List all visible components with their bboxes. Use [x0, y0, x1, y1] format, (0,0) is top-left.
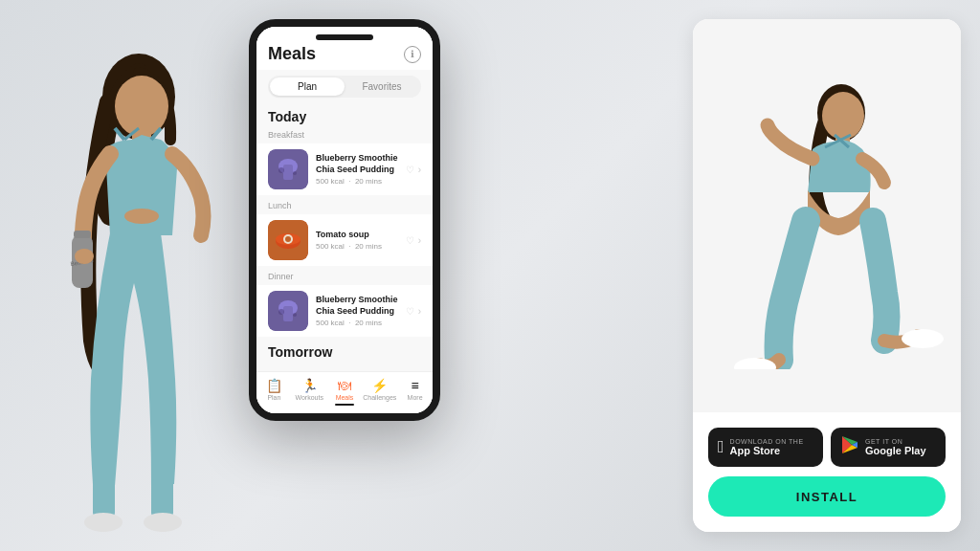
plan-nav-icon: 📋	[266, 378, 282, 393]
svg-point-29	[293, 313, 297, 317]
app-title: Meals	[268, 44, 316, 64]
dinner-label: Dinner	[256, 268, 433, 283]
svg-point-12	[84, 513, 122, 532]
svg-point-19	[293, 171, 297, 175]
svg-rect-7	[74, 231, 91, 238]
smoothie-food-image	[268, 149, 308, 189]
breakfast-actions: ♡ ›	[406, 165, 421, 175]
dinner-info: Blueberry Smoothie Chia Seed Pudding 500…	[316, 295, 398, 327]
tab-plan[interactable]: Plan	[270, 77, 345, 96]
active-nav-indicator	[335, 404, 354, 406]
app-store-big-text: App Store	[730, 445, 804, 456]
dinner-food-image	[268, 291, 308, 331]
chevron-right-icon-dinner[interactable]: ›	[418, 306, 421, 317]
lunch-meta: 500 kcal · 20 mins	[316, 242, 398, 251]
svg-rect-27	[283, 306, 293, 321]
phone-screen: Meals ℹ Plan Favorites Today Breakfast	[256, 27, 433, 413]
svg-point-14	[124, 209, 159, 224]
app-store-text: Download on the App Store	[730, 438, 804, 456]
svg-point-24	[285, 236, 291, 242]
today-section-title: Today	[256, 103, 433, 126]
svg-point-9	[75, 249, 94, 264]
app-store-button[interactable]:  Download on the App Store	[708, 428, 823, 467]
left-person-image: BetterMe	[0, 15, 287, 551]
page-wrapper: BetterMe Meals ℹ	[0, 0, 980, 551]
lunch-name: Tomato soup	[316, 230, 398, 241]
svg-point-28	[278, 309, 284, 315]
store-buttons:  Download on the App Store	[708, 428, 946, 467]
workouts-nav-icon: 🏃	[301, 378, 318, 393]
nav-label-challenges: Challenges	[363, 394, 396, 401]
nav-item-meals[interactable]: 🍽 Meals	[327, 378, 363, 406]
google-play-text: GET IT ON Google Play	[865, 438, 926, 456]
soup-food-image	[268, 220, 308, 260]
heart-icon[interactable]: ♡	[406, 165, 414, 175]
nav-label-plan: Plan	[267, 394, 280, 401]
dinner-name: Blueberry Smoothie Chia Seed Pudding	[316, 295, 398, 317]
info-icon[interactable]: ℹ	[404, 46, 421, 63]
right-person-image	[693, 19, 961, 412]
phone-notch	[316, 34, 373, 40]
svg-point-36	[902, 329, 944, 348]
dinner-thumb	[268, 291, 308, 331]
phone-frame: Meals ℹ Plan Favorites Today Breakfast	[249, 19, 440, 421]
nav-label-more: More	[408, 394, 423, 401]
nav-label-meals: Meals	[336, 394, 354, 401]
nav-item-more[interactable]: ≡ More	[397, 378, 433, 406]
apple-icon: 	[718, 437, 724, 457]
lunch-meal-item[interactable]: Tomato soup 500 kcal · 20 mins ♡ ›	[256, 214, 433, 266]
meals-nav-icon: 🍽	[338, 378, 351, 393]
google-play-button[interactable]: GET IT ON Google Play	[831, 428, 946, 467]
chevron-right-icon[interactable]: ›	[418, 165, 421, 175]
heart-icon-lunch[interactable]: ♡	[406, 235, 414, 246]
tab-favorites[interactable]: Favorites	[345, 77, 419, 96]
lunch-thumb	[268, 220, 308, 260]
right-panel:  Download on the App Store	[693, 19, 961, 532]
nav-item-workouts[interactable]: 🏃 Workouts	[292, 378, 327, 406]
svg-point-18	[278, 167, 284, 173]
phone-mockup: Meals ℹ Plan Favorites Today Breakfast	[249, 19, 440, 421]
breakfast-meal-item[interactable]: Blueberry Smoothie Chia Seed Pudding 500…	[256, 143, 433, 195]
svg-rect-10	[93, 479, 115, 518]
right-bottom-ctas:  Download on the App Store	[693, 412, 961, 532]
challenges-nav-icon: ⚡	[371, 378, 388, 393]
svg-point-13	[144, 513, 182, 532]
breakfast-info: Blueberry Smoothie Chia Seed Pudding 500…	[316, 153, 398, 186]
lunch-label: Lunch	[256, 197, 433, 212]
breakfast-label: Breakfast	[256, 126, 433, 142]
lunch-actions: ♡ ›	[406, 235, 421, 246]
google-play-big-text: Google Play	[865, 445, 926, 456]
bottom-nav: 📋 Plan 🏃 Workouts 🍽 Meals ⚡ Challe	[256, 371, 433, 413]
dinner-actions: ♡ ›	[406, 306, 421, 317]
nav-label-workouts: Workouts	[295, 394, 323, 401]
svg-point-1	[115, 76, 168, 137]
google-play-icon	[840, 435, 859, 459]
nav-item-challenges[interactable]: ⚡ Challenges	[362, 378, 397, 406]
tomorrow-section-title: Tomorrow	[256, 339, 433, 362]
dinner-meal-item[interactable]: Blueberry Smoothie Chia Seed Pudding 500…	[256, 285, 433, 337]
nav-item-plan[interactable]: 📋 Plan	[256, 378, 292, 406]
install-button[interactable]: INSTALL	[708, 476, 946, 517]
dinner-meta: 500 kcal · 20 mins	[316, 319, 398, 327]
google-play-small-text: GET IT ON	[865, 438, 926, 445]
tab-switcher: Plan Favorites	[268, 76, 421, 98]
heart-icon-dinner[interactable]: ♡	[406, 306, 414, 317]
more-nav-icon: ≡	[412, 378, 419, 393]
install-label: INSTALL	[796, 490, 858, 504]
stretch-figure	[693, 19, 961, 412]
svg-point-31	[822, 92, 864, 140]
svg-rect-17	[283, 165, 293, 180]
app-store-small-text: Download on the	[730, 438, 804, 445]
breakfast-name: Blueberry Smoothie Chia Seed Pudding	[316, 153, 398, 175]
svg-rect-11	[151, 479, 173, 518]
chevron-right-icon-lunch[interactable]: ›	[418, 235, 421, 246]
breakfast-thumb	[268, 149, 308, 189]
lunch-info: Tomato soup 500 kcal · 20 mins	[316, 230, 398, 252]
breakfast-meta: 500 kcal · 20 mins	[316, 177, 398, 186]
app-header: Meals ℹ	[256, 27, 433, 70]
